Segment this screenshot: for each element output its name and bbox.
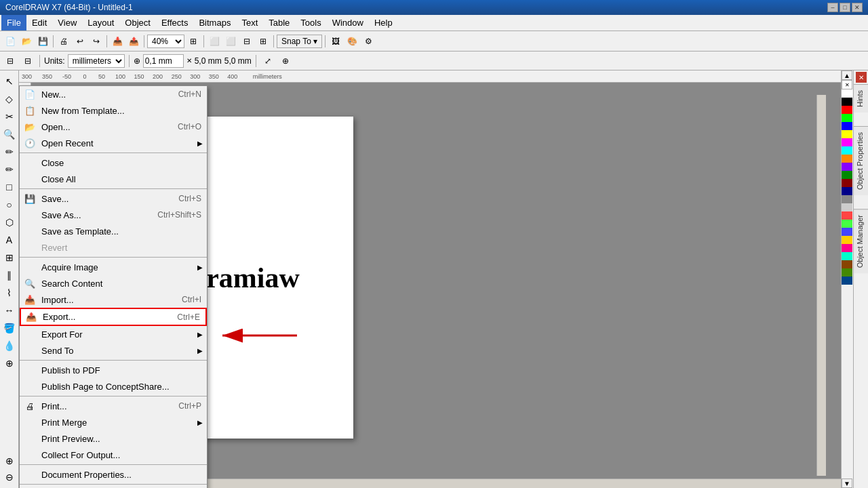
color-swatch-6[interactable] <box>842 138 852 146</box>
color-swatch-0[interactable] <box>842 89 852 98</box>
menu-item-object[interactable]: Object <box>119 15 156 30</box>
menu-item-help[interactable]: Help <box>369 15 398 30</box>
object-manager-tab[interactable]: Object Manager <box>854 209 868 273</box>
minimize-button[interactable]: – <box>827 3 838 12</box>
align-btn[interactable]: ⊟ <box>239 34 254 49</box>
menu-item-close-all[interactable]: Close All <box>20 171 207 187</box>
select-tool[interactable]: ↖ <box>1 73 18 89</box>
connector-tool[interactable]: ⌇ <box>1 285 18 301</box>
color-swatch-14[interactable] <box>842 203 852 211</box>
snap-page-btn[interactable]: ⬜ <box>223 34 238 49</box>
menu-item-new[interactable]: 📄New...Ctrl+N <box>20 86 207 102</box>
color-swatch-9[interactable] <box>842 163 852 171</box>
snap-frame-btn[interactable]: ⬜ <box>207 34 222 49</box>
color-none-swatch[interactable]: ✕ <box>842 80 852 89</box>
crop-tool[interactable]: ✂ <box>1 108 18 125</box>
color-swatch-1[interactable] <box>842 98 852 106</box>
zoom-out-tool[interactable]: ⊖ <box>1 469 18 485</box>
menu-item-open[interactable]: 📂Open...Ctrl+O <box>20 119 207 135</box>
object-properties-tab[interactable]: Object Properties <box>854 126 868 195</box>
color-palette-scroll-down[interactable]: ▼ <box>842 479 852 488</box>
menu-item-file[interactable]: File <box>1 15 26 30</box>
zoom-tool[interactable]: 🔍 <box>1 126 18 142</box>
menu-item-print-preview[interactable]: Print Preview... <box>20 430 207 447</box>
menu-item-save-as[interactable]: Save As...Ctrl+Shift+S <box>20 207 207 223</box>
fill-tool[interactable]: 🪣 <box>1 320 18 336</box>
ellipse-tool[interactable]: ○ <box>1 197 18 213</box>
table-tool[interactable]: ⊞ <box>1 249 18 266</box>
options-btn[interactable]: ⚙ <box>361 34 376 49</box>
redo-btn[interactable]: ↪ <box>89 34 104 49</box>
menu-item-text[interactable]: Text <box>236 15 263 30</box>
eyedropper-tool[interactable]: 💧 <box>1 338 18 354</box>
align-center-btn[interactable]: ⊟ <box>20 54 35 68</box>
scrollbar-vertical[interactable] <box>816 95 826 476</box>
menu-item-edit[interactable]: Edit <box>26 15 52 30</box>
color-swatch-11[interactable] <box>842 179 852 187</box>
maximize-button[interactable]: □ <box>840 3 850 12</box>
menu-item-tools[interactable]: Tools <box>295 15 326 30</box>
image-btn[interactable]: 🖼 <box>328 34 343 49</box>
zoom-in-tool[interactable]: ⊕ <box>1 453 18 469</box>
add-btn[interactable]: ⊕ <box>278 54 293 68</box>
menu-item-effects[interactable]: Effects <box>156 15 194 30</box>
rect-tool[interactable]: □ <box>1 179 18 195</box>
print-btn[interactable]: 🖨 <box>56 34 71 49</box>
align-left-btn[interactable]: ⊟ <box>3 54 18 68</box>
coord1-input[interactable] <box>143 54 184 68</box>
menu-item-doc-properties[interactable]: Document Properties... <box>20 466 207 483</box>
import-btn[interactable]: 📥 <box>110 34 125 49</box>
menu-item-window[interactable]: Window <box>327 15 369 30</box>
color-swatch-7[interactable] <box>842 146 852 155</box>
color-swatch-15[interactable] <box>842 211 852 220</box>
measure-tool[interactable]: ↔ <box>1 302 18 319</box>
curve-tool[interactable]: ✏ <box>1 144 18 160</box>
menu-item-print-merge[interactable]: Print Merge <box>20 414 207 430</box>
color-swatch-8[interactable] <box>842 155 852 163</box>
menu-item-publish-pdf[interactable]: Publish to PDF <box>20 362 207 378</box>
smart-draw-tool[interactable]: ✏ <box>1 161 18 178</box>
color-swatch-19[interactable] <box>842 244 852 252</box>
menu-item-open-recent[interactable]: 🕐Open Recent <box>20 135 207 151</box>
hints-close-btn[interactable]: ✕ <box>856 72 867 83</box>
color-swatch-23[interactable] <box>842 277 852 285</box>
menu-item-collect-output[interactable]: Collect For Output... <box>20 447 207 463</box>
zoom-fit-btn[interactable]: ⊞ <box>186 34 201 49</box>
color-swatch-17[interactable] <box>842 228 852 236</box>
transform-btn[interactable]: ⤢ <box>260 54 275 68</box>
color-swatch-10[interactable] <box>842 171 852 179</box>
color-swatch-3[interactable] <box>842 114 852 122</box>
polygon-tool[interactable]: ⬡ <box>1 214 18 230</box>
menu-item-import[interactable]: 📥Import...Ctrl+I <box>20 291 207 308</box>
menu-item-search-content[interactable]: 🔍Search Content <box>20 275 207 291</box>
color-swatch-18[interactable] <box>842 236 852 244</box>
menu-item-send-to[interactable]: Send To <box>20 342 207 359</box>
export-btn[interactable]: 📤 <box>126 34 141 49</box>
color-swatch-13[interactable] <box>842 195 852 203</box>
parallel-tool[interactable]: ∥ <box>1 267 18 283</box>
shape-tool[interactable]: ◇ <box>1 91 18 107</box>
color-swatch-22[interactable] <box>842 268 852 277</box>
open-btn[interactable]: 📂 <box>19 34 34 49</box>
menu-item-publish-conceptshare[interactable]: Publish Page to ConceptShare... <box>20 378 207 394</box>
menu-item-table[interactable]: Table <box>263 15 295 30</box>
color-palette-scroll-up[interactable]: ▲ <box>842 70 852 80</box>
menu-item-save-template[interactable]: Save as Template... <box>20 223 207 239</box>
new-btn[interactable]: 📄 <box>3 34 18 49</box>
menu-item-view[interactable]: View <box>52 15 82 30</box>
menu-item-new-from-template[interactable]: 📋New from Template... <box>20 102 207 119</box>
color-swatch-20[interactable] <box>842 252 852 260</box>
menu-item-close[interactable]: Close <box>20 155 207 171</box>
menu-item-export-for[interactable]: Export For <box>20 326 207 342</box>
snap-to-btn[interactable]: Snap To ▾ <box>277 35 322 48</box>
color-swatch-2[interactable] <box>842 106 852 114</box>
color-swatch-21[interactable] <box>842 260 852 268</box>
menu-item-bitmaps[interactable]: Bitmaps <box>193 15 236 30</box>
color-swatch-5[interactable] <box>842 130 852 138</box>
menu-item-export[interactable]: 📤Export...Ctrl+E <box>20 308 207 326</box>
save-btn[interactable]: 💾 <box>35 34 50 49</box>
undo-btn[interactable]: ↩ <box>73 34 87 49</box>
hints-tab[interactable]: Hints <box>854 84 868 113</box>
menu-item-print[interactable]: 🖨Print...Ctrl+P <box>20 398 207 414</box>
zoom-select[interactable]: 40% 25% 50% 75% 100% <box>147 35 184 48</box>
